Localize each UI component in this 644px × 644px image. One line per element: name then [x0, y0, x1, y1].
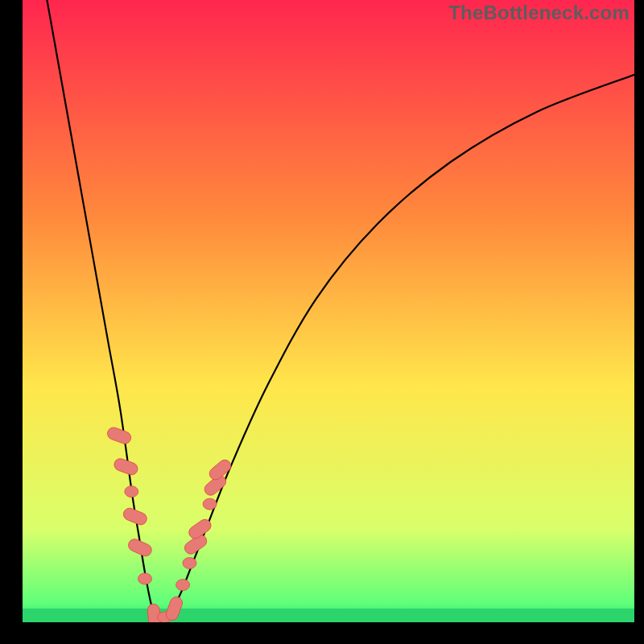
- marker-dot: [176, 580, 190, 591]
- marker-dot: [125, 486, 138, 497]
- watermark-text: TheBottleneck.com: [448, 2, 630, 24]
- marker-dot: [183, 558, 196, 569]
- marker-dot: [203, 498, 217, 510]
- plot-area: TheBottleneck.com: [23, 0, 634, 622]
- chart-svg: [23, 0, 634, 622]
- gradient-bg: [23, 0, 634, 622]
- chart-frame: TheBottleneck.com: [0, 0, 644, 644]
- marker-dot: [138, 573, 152, 584]
- bottom-stripe: [23, 609, 634, 622]
